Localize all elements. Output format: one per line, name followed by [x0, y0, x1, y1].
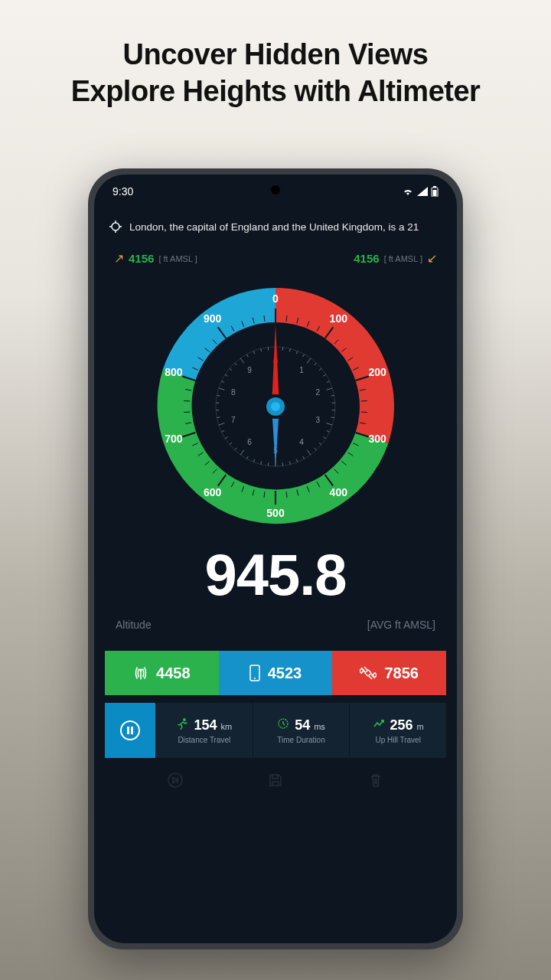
svg-text:200: 200	[368, 366, 386, 378]
max-altitude: ↗ 4156 [ ft AMSL ]	[114, 251, 197, 266]
svg-point-3	[112, 223, 119, 230]
network-tile[interactable]: 4458	[105, 651, 219, 695]
trash-icon[interactable]	[367, 772, 384, 789]
svg-line-42	[184, 400, 190, 401]
wifi-icon	[402, 187, 414, 196]
altimeter-gauge: 0100200300400500600700800900 0123456789	[145, 276, 406, 537]
arrow-down-icon: ↙	[427, 251, 437, 266]
svg-point-133	[254, 678, 256, 679]
stats-row: 154 km Distance Travel 54 ms Time Durati…	[105, 703, 446, 758]
location-text: London, the capital of England and the U…	[129, 221, 419, 233]
svg-text:4: 4	[299, 438, 304, 446]
altitude-avg-label: [AVG ft AMSL]	[367, 619, 435, 631]
svg-text:1: 1	[299, 366, 304, 374]
svg-line-41	[184, 412, 190, 413]
svg-text:500: 500	[266, 507, 285, 519]
save-icon[interactable]	[267, 772, 284, 789]
svg-rect-135	[360, 668, 364, 673]
gauge-container: 0100200300400500600700800900 0123456789	[94, 266, 457, 537]
crosshair-icon	[109, 220, 122, 233]
skip-icon[interactable]	[167, 772, 184, 789]
camera-notch	[271, 185, 280, 194]
svg-text:400: 400	[330, 486, 348, 498]
svg-text:7: 7	[231, 416, 236, 424]
satellite-icon	[360, 665, 377, 681]
svg-rect-2	[433, 190, 437, 196]
runner-icon	[176, 717, 188, 730]
svg-text:0: 0	[272, 292, 279, 305]
pause-button[interactable]	[105, 703, 155, 758]
battery-icon	[431, 186, 439, 197]
pause-icon	[119, 720, 141, 741]
svg-rect-138	[127, 727, 129, 734]
svg-text:9: 9	[247, 366, 252, 374]
source-tiles: 4458 4523 7856	[105, 651, 446, 695]
altitude-labels: Altitude [AVG ft AMSL]	[94, 608, 457, 631]
trend-up-icon	[373, 717, 385, 730]
svg-line-115	[268, 348, 269, 351]
svg-rect-1	[433, 186, 436, 188]
svg-rect-139	[131, 727, 133, 734]
svg-text:700: 700	[165, 433, 183, 445]
svg-point-130	[271, 402, 280, 411]
svg-text:800: 800	[165, 366, 183, 378]
svg-point-131	[139, 668, 142, 671]
clock-icon	[277, 717, 289, 730]
svg-text:2: 2	[315, 388, 320, 397]
svg-point-137	[121, 721, 139, 740]
svg-text:8: 8	[231, 388, 236, 397]
top-altitude-row: ↗ 4156 [ ft AMSL ] 4156 [ ft AMSL ] ↙	[94, 233, 457, 266]
svg-text:100: 100	[330, 312, 348, 325]
svg-text:300: 300	[368, 433, 386, 445]
duration-stat: 54 ms Time Duration	[253, 703, 350, 758]
svg-point-140	[183, 718, 186, 721]
clock: 9:30	[112, 185, 133, 198]
promo-headline: Uncover Hidden Views Explore Heights wit…	[0, 0, 551, 109]
min-altitude: 4156 [ ft AMSL ] ↙	[354, 251, 437, 266]
location-row: London, the capital of England and the U…	[94, 198, 457, 233]
svg-line-67	[282, 348, 283, 351]
distance-stat: 154 km Distance Travel	[155, 703, 253, 758]
svg-line-17	[361, 412, 367, 413]
svg-text:900: 900	[204, 312, 222, 325]
uphill-stat: 256 m Up Hill Travel	[349, 703, 446, 758]
altitude-label: Altitude	[116, 619, 152, 631]
svg-text:3: 3	[315, 416, 320, 424]
svg-text:6: 6	[247, 438, 252, 446]
svg-line-92	[268, 462, 269, 466]
svg-text:600: 600	[204, 486, 222, 498]
bottom-nav	[94, 758, 457, 789]
signal-icon	[417, 187, 428, 196]
device-tile[interactable]: 4523	[219, 651, 333, 695]
arrow-up-icon: ↗	[114, 251, 124, 266]
svg-point-142	[168, 773, 182, 787]
screen: 9:30 London, the capital of England and …	[94, 175, 457, 943]
phone-frame: 9:30 London, the capital of England and …	[88, 168, 463, 949]
phone-icon	[249, 665, 260, 681]
svg-line-16	[361, 400, 367, 401]
status-icons	[402, 186, 439, 197]
altitude-value: 945.8	[94, 537, 457, 608]
svg-rect-134	[365, 670, 371, 676]
svg-line-90	[282, 462, 283, 466]
svg-rect-136	[373, 673, 377, 678]
satellite-tile[interactable]: 7856	[332, 651, 446, 695]
antenna-icon	[133, 665, 148, 681]
